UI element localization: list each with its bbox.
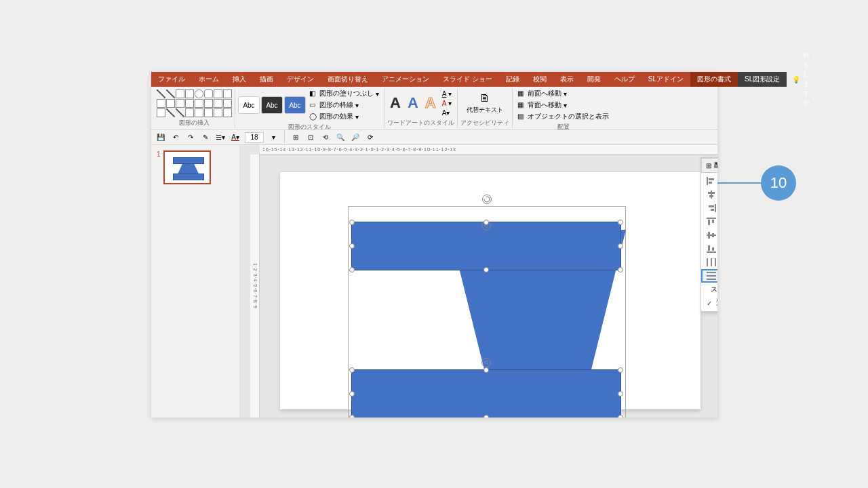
tab-file[interactable]: ファイル [151,72,192,87]
text-outline-button[interactable]: A▾ [440,99,454,108]
align-to-slide-item[interactable]: スライドに合わせて配置(A) [701,283,717,296]
group-label-wordart: ワードアートのスタイル [387,118,454,128]
align-right-icon [707,204,716,212]
save-button[interactable]: 💾 [155,132,166,143]
alt-text-label: 代替テキスト [467,106,503,115]
group-arrange: ▦前面へ移動 ▾ ▦背面へ移動 ▾ ▤オブジェクトの選択と表示 配置 [513,88,614,128]
group-accessibility: 🗎 代替テキスト アクセシビリティ [458,88,513,128]
bullets-button[interactable]: ☰▾ [215,132,226,143]
group-label-arrange: 配置 [515,122,611,132]
selection-pane-button[interactable]: ▤オブジェクトの選択と表示 [515,111,611,122]
main-area: 1 16·15·14·13·12·11·10·9·8·7·6·5·4·3·2·1… [151,145,717,418]
group-button[interactable]: ⊡ [305,132,316,143]
font-color-button[interactable]: A▾ [230,132,241,143]
selection-icon: ▤ [517,113,526,121]
align-objects-button[interactable]: ⊞ [290,132,301,143]
group-label-insert-shapes: 図形の挿入 [157,118,232,128]
align-dropdown-menu: ⊞配置 ▾ ⇕3.77 cm 左揃え(L) 左右中央揃え(C) 右揃え(R) 上… [701,157,717,312]
distribute-vertical-item[interactable]: 上下に整列(V) [701,269,717,283]
distribute-h-icon [707,258,716,266]
text-fill-button[interactable]: A▾ [440,89,454,98]
tab-record[interactable]: 記録 [499,72,526,87]
shape-outline-button[interactable]: ▭図形の枠線 ▾ [307,100,381,110]
quick-access-toolbar: 💾 ↶ ↷ ✎ ☰▾ A▾ 18 ▾ ⊞ ⊡ ⟲ 🔍 🔎 ⟳ [151,130,717,145]
callout-number-badge: 10 [761,165,796,201]
send-backward-button[interactable]: ▦背面へ移動 ▾ [515,100,611,110]
tab-view[interactable]: 表示 [553,72,580,87]
tab-design[interactable]: デザイン [280,72,321,87]
font-size-input[interactable]: 18 [245,132,264,143]
refresh-button[interactable]: ⟳ [365,132,376,143]
group-shape-styles: Abc Abc Abc ◧図形の塗りつぶし ▾ ▭図形の枠線 ▾ ◯図形の効果 … [235,88,384,128]
tab-home[interactable]: ホーム [192,72,226,87]
tab-animations[interactable]: アニメーション [375,72,436,87]
lightbulb-icon: 💡 [792,76,800,83]
tab-draw[interactable]: 描画 [253,72,280,87]
align-center-icon [707,190,716,199]
undo-button[interactable]: ↶ [170,132,181,143]
align-middle-icon [707,231,716,239]
backward-icon: ▦ [517,101,526,109]
group-wordart-styles: A A A A▾ A▾ A▾ ワードアートのスタイル [384,88,458,128]
rectangle-shape-bottom[interactable]: ⟲ [351,369,621,418]
tab-sl-shape-setting[interactable]: SL図形設定 [738,72,787,87]
tab-review[interactable]: 校閲 [526,72,553,87]
tab-slideshow[interactable]: スライド ショー [436,72,499,87]
align-left-item[interactable]: 左揃え(L) [701,174,717,188]
effects-icon: ◯ [309,113,317,121]
align-center-item[interactable]: 左右中央揃え(C) [701,188,717,201]
alt-text-icon[interactable]: 🗎 [479,92,490,104]
tab-sladdin[interactable]: SLアドイン [642,72,690,87]
style-preset-2[interactable]: Abc [261,96,283,114]
style-preset-1[interactable]: Abc [238,96,260,114]
horizontal-ruler: 16·15·14·13·12·11·10·9·8·7·6·5·4·3·2·1·0… [260,145,717,155]
align-to-selection-item[interactable]: ✓選択したオブジェクトを揃える(O) [701,296,717,310]
slide-thumbnail-1[interactable] [163,150,211,184]
outline-icon: ▭ [309,101,317,109]
rotate-handle-icon[interactable]: ⟲ [481,358,491,367]
slide-thumbnail-panel: 1 [151,145,239,418]
style-preset-3[interactable]: Abc [284,96,306,114]
align-bottom-item[interactable]: 下揃え(B) [701,242,717,256]
align-top-item[interactable]: 上揃え(T) [701,215,717,228]
wordart-style-3[interactable]: A [422,94,439,112]
wordart-style-1[interactable]: A [387,94,403,112]
distribute-v-icon [707,272,716,280]
vertical-ruler: 1·2·3·4·5·6·7·8·9 [250,155,260,418]
fill-icon: ◧ [309,89,317,98]
align-middle-item[interactable]: 上下中央揃え(M) [701,228,717,242]
rotate-button[interactable]: ⟲ [320,132,331,143]
align-top-icon [707,218,716,226]
shapes-gallery[interactable] [157,89,232,117]
zoom-out-button[interactable]: 🔍 [335,132,346,143]
align-icon: ⊞ [706,162,711,169]
align-left-icon [707,177,716,185]
powerpoint-window: ファイル ホーム 挿入 描画 デザイン 画面切り替え アニメーション スライド … [151,72,717,418]
shape-fill-button[interactable]: ◧図形の塗りつぶし ▾ [307,88,381,99]
align-right-item[interactable]: 右揃え(R) [701,201,717,215]
format-painter-button[interactable]: ✎ [200,132,211,143]
redo-button[interactable]: ↷ [185,132,196,143]
zoom-in-button[interactable]: 🔎 [350,132,361,143]
forward-icon: ▦ [517,89,526,98]
tab-shape-format[interactable]: 図形の書式 [690,72,738,87]
align-button[interactable]: ⊞配置 ▾ ⇕3.77 cm [701,158,717,173]
align-bottom-icon [707,245,716,253]
group-insert-shapes: 図形の挿入 [154,88,235,128]
check-icon: ✓ [707,300,712,307]
shape-effects-button[interactable]: ◯図形の効果 ▾ [307,111,381,122]
slide-canvas[interactable]: ⟲ ⟲ [280,172,701,409]
wordart-style-2[interactable]: A [405,94,421,112]
tab-help[interactable]: ヘルプ [608,72,642,87]
tell-me-search[interactable]: 💡 何をしますか [787,72,815,87]
tab-transitions[interactable]: 画面切り替え [321,72,375,87]
rectangle-shape-top[interactable]: ⟲ [351,222,621,270]
tell-me-label: 何をしますか [803,51,810,108]
rotate-handle-icon[interactable] [482,195,492,204]
qat-more[interactable]: ▾ [268,132,279,143]
text-effects-button[interactable]: A▾ [440,108,454,117]
tab-insert[interactable]: 挿入 [226,72,253,87]
tab-developer[interactable]: 開発 [580,72,608,87]
distribute-horizontal-item[interactable]: 左右に整列(H) [701,256,717,269]
bring-forward-button[interactable]: ▦前面へ移動 ▾ [515,88,611,99]
